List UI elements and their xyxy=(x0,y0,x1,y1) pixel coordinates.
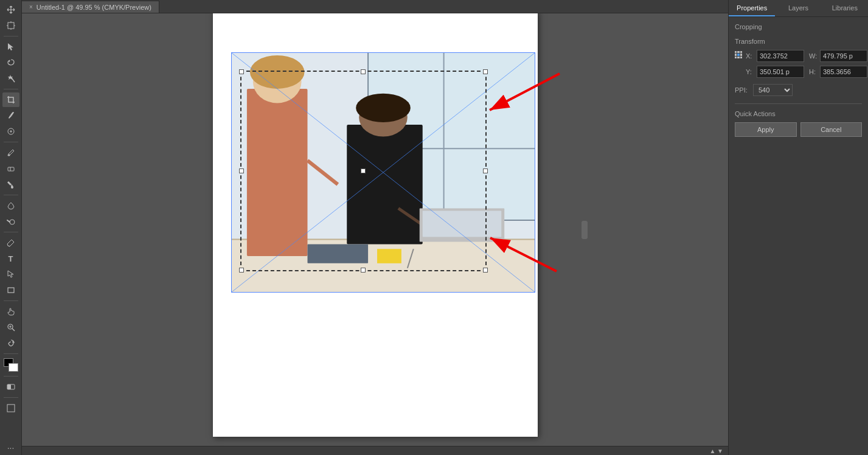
cancel-button[interactable]: Cancel xyxy=(800,122,863,137)
type-tool[interactable]: T xyxy=(2,251,19,266)
tab-bar: × Untitled-1 @ 49.95 % (CMYK/Preview) xyxy=(22,0,728,13)
ppi-label: PPI: xyxy=(735,86,749,94)
paint-bucket-tool[interactable] xyxy=(2,177,19,192)
h-label: H: xyxy=(809,68,818,75)
magic-wand-tool[interactable] xyxy=(2,71,19,86)
document-tab-label: Untitled-1 @ 49.95 % (CMYK/Preview) xyxy=(36,4,151,11)
vertical-scrollbar[interactable] xyxy=(582,221,588,239)
separator-8 xyxy=(4,376,18,377)
separator-6 xyxy=(4,300,18,301)
move-tool[interactable] xyxy=(2,2,19,17)
select-tool[interactable] xyxy=(2,40,19,54)
crop-handle-bl[interactable] xyxy=(239,268,244,273)
panel-content: Cropping Transform X: xyxy=(729,17,868,455)
tab-libraries[interactable]: Libraries xyxy=(822,0,868,16)
svg-line-5 xyxy=(12,78,15,82)
rectangle-tool[interactable] xyxy=(2,283,19,297)
crop-handle-bc[interactable] xyxy=(361,268,366,273)
svg-rect-18 xyxy=(7,405,15,412)
x-label: X: xyxy=(746,52,754,60)
main-area: × Untitled-1 @ 49.95 % (CMYK/Preview) xyxy=(22,0,728,455)
zoom-tool[interactable] xyxy=(2,320,19,335)
svg-rect-11 xyxy=(8,288,14,293)
ppi-row: PPI: 540 72 96 150 300 xyxy=(735,84,862,96)
cropping-title: Cropping xyxy=(735,23,862,30)
separator-3 xyxy=(4,142,18,142)
brush-tool[interactable] xyxy=(2,145,19,160)
document-canvas xyxy=(213,13,538,437)
tab-properties[interactable]: Properties xyxy=(729,0,775,16)
dodge-tool[interactable] xyxy=(2,214,19,229)
eraser-tool[interactable] xyxy=(2,161,19,176)
crop-handle-br[interactable] xyxy=(483,268,488,273)
svg-rect-17 xyxy=(7,384,11,389)
quick-actions-buttons: Apply Cancel xyxy=(735,122,862,137)
inner-crop-area xyxy=(240,71,487,271)
transform-y-row: Y: H: xyxy=(746,66,867,78)
document-tab[interactable]: × Untitled-1 @ 49.95 % (CMYK/Preview) xyxy=(22,1,159,13)
svg-point-7 xyxy=(8,155,10,156)
crop-handle-tr[interactable] xyxy=(483,69,488,74)
crop-handle-mr[interactable] xyxy=(483,168,488,173)
rotate-view-tool[interactable] xyxy=(2,336,19,350)
cropping-section: Cropping xyxy=(735,23,862,30)
y-value-input[interactable] xyxy=(757,66,804,78)
svg-point-10 xyxy=(10,220,15,224)
left-toolbar: T ··· xyxy=(0,0,22,455)
y-label: Y: xyxy=(746,68,754,75)
bottom-bar: ▲ ▼ xyxy=(22,446,728,455)
separator-5 xyxy=(4,232,18,232)
ppi-select[interactable]: 540 72 96 150 300 xyxy=(753,84,793,96)
eyedropper-tool[interactable] xyxy=(2,108,19,123)
h-value-input[interactable] xyxy=(820,66,867,78)
right-panel: Properties Layers Libraries Cropping Tra… xyxy=(728,0,868,455)
artboard-tool[interactable] xyxy=(2,18,19,33)
svg-line-13 xyxy=(12,328,15,331)
path-selection-tool[interactable] xyxy=(2,267,19,282)
lasso-tool[interactable] xyxy=(2,55,19,70)
image-container xyxy=(231,52,535,283)
hand-tool[interactable] xyxy=(2,304,19,319)
transform-title: Transform xyxy=(735,38,862,45)
heal-tool[interactable] xyxy=(2,124,19,139)
document-tab-close[interactable]: × xyxy=(29,4,33,10)
blur-tool[interactable] xyxy=(2,198,19,213)
crop-handle-tl[interactable] xyxy=(239,69,244,74)
background-color[interactable] xyxy=(9,363,18,372)
screen-mode[interactable] xyxy=(2,401,19,415)
separator-4 xyxy=(4,195,18,195)
crop-tool[interactable] xyxy=(2,92,19,107)
tab-layers[interactable]: Layers xyxy=(775,0,821,16)
svg-rect-0 xyxy=(8,23,14,29)
color-swatches[interactable] xyxy=(4,358,18,372)
apply-button[interactable]: Apply xyxy=(735,122,797,137)
more-tools[interactable]: ··· xyxy=(2,440,19,455)
separator-1 xyxy=(4,36,18,36)
svg-rect-8 xyxy=(8,167,14,171)
quick-actions-section: Quick Actions Apply Cancel xyxy=(735,110,862,137)
canvas-area[interactable] xyxy=(22,13,728,446)
crop-handle-mc[interactable] xyxy=(361,168,366,173)
transform-section: Transform X: W: xyxy=(735,38,862,96)
separator-7 xyxy=(4,353,18,354)
separator-9 xyxy=(4,397,18,398)
grid-reference-icon xyxy=(735,51,742,58)
w-label: W: xyxy=(809,52,818,60)
zoom-level: ▲ ▼ xyxy=(709,448,723,454)
pen-tool[interactable] xyxy=(2,235,19,250)
x-value-input[interactable] xyxy=(757,50,804,62)
crop-handle-ml[interactable] xyxy=(239,168,244,173)
section-divider xyxy=(735,103,862,104)
transform-x-row: X: W: xyxy=(746,50,867,62)
crop-handle-tc[interactable] xyxy=(361,69,366,74)
quick-actions-title: Quick Actions xyxy=(735,110,862,117)
w-value-input[interactable] xyxy=(820,50,867,62)
panel-tabs: Properties Layers Libraries xyxy=(729,0,868,17)
quick-mask-tool[interactable] xyxy=(2,380,19,394)
separator-2 xyxy=(4,89,18,89)
